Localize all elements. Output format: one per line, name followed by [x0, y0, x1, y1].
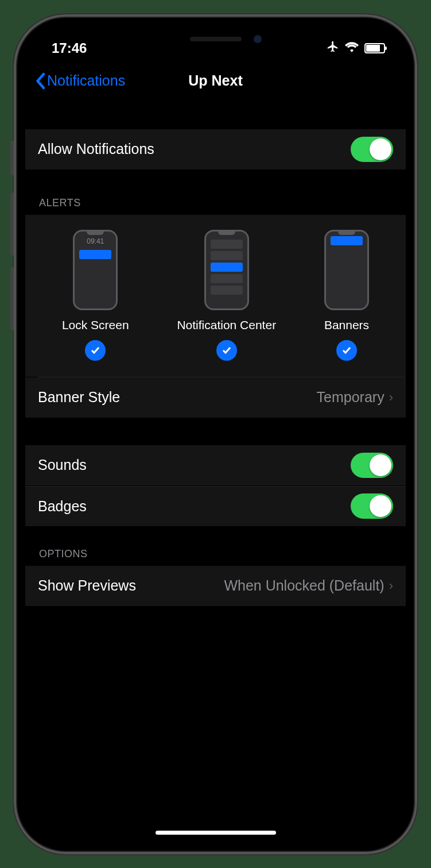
badges-switch[interactable] — [351, 493, 393, 519]
banner-style-label: Banner Style — [38, 389, 120, 406]
banner-style-row[interactable]: Banner Style Temporary › — [25, 377, 406, 418]
battery-icon — [364, 43, 385, 53]
alert-lock-screen-check[interactable] — [85, 340, 106, 361]
allow-notifications-row[interactable]: Allow Notifications — [25, 129, 406, 169]
badges-label: Badges — [38, 498, 87, 515]
device-notch — [124, 26, 308, 52]
badges-row[interactable]: Badges — [25, 486, 406, 526]
alert-notification-center[interactable]: Notification Center — [177, 230, 276, 361]
alert-banners-check[interactable] — [336, 340, 357, 361]
allow-notifications-label: Allow Notifications — [38, 141, 154, 157]
options-section-header: OPTIONS — [25, 548, 406, 566]
back-button[interactable]: Notifications — [34, 72, 125, 90]
navigation-bar: Notifications Up Next — [25, 60, 406, 102]
chevron-right-icon: › — [389, 390, 393, 405]
alert-lock-screen[interactable]: 09:41 Lock Screen — [62, 230, 129, 361]
wifi-icon — [345, 40, 359, 56]
alerts-section-header: ALERTS — [25, 197, 406, 215]
back-label: Notifications — [47, 72, 125, 89]
banners-preview-icon — [324, 230, 369, 310]
sounds-switch[interactable] — [351, 453, 393, 478]
chevron-left-icon — [34, 72, 46, 90]
alert-notification-center-check[interactable] — [216, 340, 237, 361]
content: Allow Notifications ALERTS 09:41 Lock Sc… — [25, 102, 406, 606]
alert-notification-center-label: Notification Center — [177, 318, 276, 332]
sounds-label: Sounds — [38, 457, 87, 473]
show-previews-row[interactable]: Show Previews When Unlocked (Default) › — [25, 566, 406, 606]
banner-style-value: Temporary — [317, 389, 385, 406]
allow-notifications-switch[interactable] — [351, 137, 393, 162]
show-previews-label: Show Previews — [38, 577, 136, 594]
status-time: 17:46 — [52, 40, 87, 56]
alert-banners-label: Banners — [324, 318, 369, 332]
device-frame: 17:46 Notifications Up Next — [14, 14, 417, 854]
alerts-style-picker: 09:41 Lock Screen Notifica — [25, 215, 406, 377]
show-previews-value: When Unlocked (Default) — [224, 577, 384, 594]
lock-screen-preview-icon: 09:41 — [73, 230, 118, 310]
alert-lock-screen-label: Lock Screen — [62, 318, 129, 332]
screen: 17:46 Notifications Up Next — [25, 26, 406, 843]
airplane-mode-icon — [327, 40, 339, 56]
chevron-right-icon: › — [389, 578, 393, 593]
home-indicator[interactable] — [156, 831, 276, 835]
alert-banners[interactable]: Banners — [324, 230, 369, 361]
sounds-row[interactable]: Sounds — [25, 445, 406, 485]
notification-center-preview-icon — [204, 230, 249, 310]
